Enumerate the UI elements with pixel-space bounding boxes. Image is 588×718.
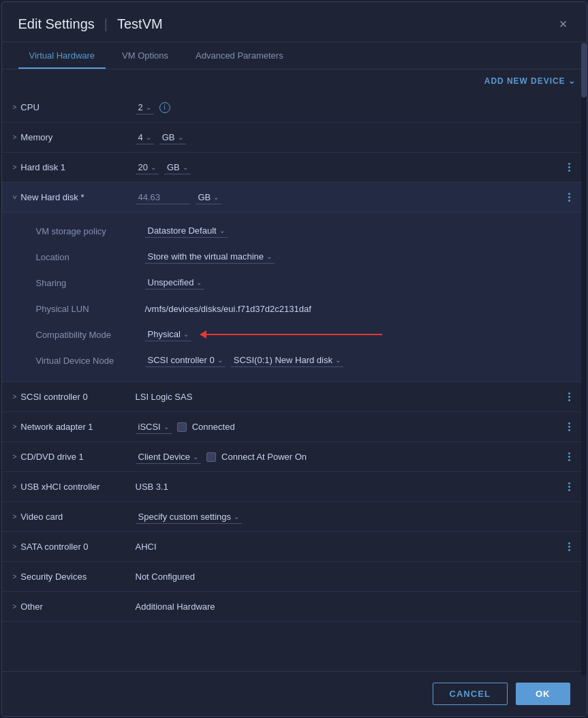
hard-disk-1-unit-select[interactable]: GB ⌄: [164, 161, 191, 174]
network-adapter-1-type-text: iSCSI: [138, 422, 161, 432]
sata-controller-0-value-text: AHCI: [136, 542, 157, 552]
hard-disk-1-size-value: 20: [138, 162, 148, 172]
more-dot: [568, 426, 570, 428]
hardware-list: > CPU 2 ⌄ i > Memory 4 ⌄: [2, 93, 587, 671]
vm-storage-policy-select[interactable]: Datastore Default ⌄: [145, 224, 228, 238]
hard-disk-1-actions: [563, 160, 576, 174]
cd-dvd-drive-1-type-arrow: ⌄: [193, 453, 198, 461]
tab-bar: Virtual Hardware VM Options Advanced Par…: [2, 42, 587, 69]
new-hard-disk-unit-select[interactable]: GB ⌄: [196, 191, 222, 204]
compatibility-mode-select[interactable]: Physical ⌄: [145, 328, 191, 341]
video-card-expand-icon[interactable]: >: [13, 513, 17, 520]
cd-dvd-drive-1-type-text: Client Device: [138, 452, 191, 462]
network-adapter-1-more-button[interactable]: [563, 420, 576, 434]
scsi-controller-0-value: LSI Logic SAS: [136, 392, 563, 402]
sata-controller-0-value: AHCI: [136, 542, 563, 552]
more-dot: [568, 396, 570, 398]
cd-dvd-drive-1-label: > CD/DVD drive 1: [13, 452, 136, 462]
new-hard-disk-more-button[interactable]: [563, 190, 576, 204]
cpu-expand-icon[interactable]: >: [13, 104, 17, 111]
location-select[interactable]: Store with the virtual machine ⌄: [145, 250, 275, 264]
sata-controller-0-label: > SATA controller 0: [13, 542, 136, 552]
physical-lun-row: Physical LUN /vmfs/devices/disks/eui.f71…: [2, 296, 587, 322]
cd-dvd-drive-1-more-button[interactable]: [563, 450, 576, 464]
usb-xhci-controller-more-button[interactable]: [563, 480, 576, 494]
other-value-text: Additional Hardware: [136, 602, 215, 612]
memory-expand-icon[interactable]: >: [13, 134, 17, 141]
red-arrow-indicator: [205, 334, 382, 335]
cd-dvd-drive-1-row: > CD/DVD drive 1 Client Device ⌄ Connect…: [2, 442, 587, 472]
tab-vm-options[interactable]: VM Options: [111, 42, 179, 69]
cd-dvd-drive-1-actions: [563, 450, 576, 464]
hard-disk-1-more-button[interactable]: [563, 160, 576, 174]
memory-row: > Memory 4 ⌄ GB ⌄: [2, 123, 587, 153]
virtual-device-node-controller-select[interactable]: SCSI controller 0 ⌄: [145, 354, 226, 367]
other-label: > Other: [13, 602, 136, 612]
new-hard-disk-expand-icon[interactable]: >: [11, 196, 18, 200]
hard-disk-1-size-arrow: ⌄: [151, 163, 156, 171]
cd-dvd-drive-1-expand-icon[interactable]: >: [13, 453, 17, 461]
security-devices-expand-icon[interactable]: >: [13, 573, 17, 580]
memory-amount-select[interactable]: 4 ⌄: [136, 131, 154, 144]
hard-disk-1-row: > Hard disk 1 20 ⌄ GB ⌄: [2, 153, 587, 183]
video-card-setting-arrow: ⌄: [234, 513, 239, 520]
hard-disk-1-expand-icon[interactable]: >: [13, 163, 17, 171]
usb-xhci-controller-expand-icon[interactable]: >: [13, 483, 17, 490]
new-hard-disk-row: > New Hard disk * GB ⌄: [2, 183, 587, 213]
scsi-controller-0-row: > SCSI controller 0 LSI Logic SAS: [2, 382, 587, 412]
sata-controller-0-actions: [563, 540, 576, 554]
other-expand-icon[interactable]: >: [13, 603, 17, 610]
cpu-label: > CPU: [13, 102, 136, 112]
network-adapter-1-expand-icon[interactable]: >: [13, 423, 17, 431]
ok-button[interactable]: OK: [516, 683, 570, 705]
network-adapter-1-type-select[interactable]: iSCSI ⌄: [136, 420, 172, 434]
video-card-setting-select[interactable]: Specify custom settings ⌄: [136, 510, 243, 524]
memory-amount-value: 4: [138, 132, 143, 142]
sharing-select[interactable]: Unspecified ⌄: [145, 276, 205, 290]
sata-controller-0-expand-icon[interactable]: >: [13, 543, 17, 550]
usb-xhci-controller-row: > USB xHCI controller USB 3.1: [2, 472, 587, 502]
more-dot: [568, 546, 570, 548]
scrollbar-thumb[interactable]: [581, 43, 587, 97]
cancel-button[interactable]: CANCEL: [433, 683, 508, 705]
hard-disk-1-value: 20 ⌄ GB ⌄: [136, 161, 563, 174]
new-hard-disk-size-input[interactable]: [136, 191, 190, 204]
tab-advanced-parameters[interactable]: Advanced Parameters: [185, 42, 294, 69]
cd-dvd-drive-1-type-select[interactable]: Client Device ⌄: [136, 450, 202, 464]
new-hard-disk-actions: [563, 190, 576, 204]
memory-unit-select[interactable]: GB ⌄: [159, 131, 186, 144]
virtual-device-node-disk-select[interactable]: SCSI(0:1) New Hard disk ⌄: [231, 354, 343, 367]
sharing-text: Unspecified: [148, 277, 194, 287]
sharing-row: Sharing Unspecified ⌄: [2, 270, 587, 296]
more-dot: [568, 486, 570, 488]
hard-disk-1-size-select[interactable]: 20 ⌄: [136, 161, 159, 174]
dialog-title: Edit Settings: [18, 16, 95, 32]
cd-dvd-drive-1-power-on-checkbox[interactable]: [206, 452, 216, 462]
more-dot: [568, 482, 570, 484]
more-dot: [568, 459, 570, 461]
scsi-controller-0-more-button[interactable]: [563, 390, 576, 404]
new-hard-disk-label: > New Hard disk *: [13, 192, 136, 202]
scrollbar-track: [581, 43, 587, 675]
new-hard-disk-label-text: New Hard disk *: [20, 192, 84, 202]
compatibility-mode-value: Physical ⌄: [145, 328, 570, 341]
physical-lun-label: Physical LUN: [36, 304, 145, 314]
more-dot: [568, 542, 570, 544]
add-new-device-button[interactable]: ADD NEW DEVICE ⌄: [484, 76, 576, 86]
network-adapter-1-connected-checkbox[interactable]: [177, 422, 187, 432]
cpu-count-select[interactable]: 2 ⌄: [136, 101, 154, 114]
scsi-controller-0-expand-icon[interactable]: >: [13, 393, 17, 401]
sata-controller-0-row: > SATA controller 0 AHCI: [2, 532, 587, 562]
network-adapter-1-actions: [563, 420, 576, 434]
virtual-device-node-value: SCSI controller 0 ⌄ SCSI(0:1) New Hard d…: [145, 354, 570, 367]
cpu-info-icon[interactable]: i: [159, 102, 170, 113]
more-dot: [568, 549, 570, 551]
security-devices-value-text: Not Configured: [136, 572, 195, 582]
close-button[interactable]: ×: [557, 14, 570, 33]
sata-controller-0-more-button[interactable]: [563, 540, 576, 554]
tab-virtual-hardware[interactable]: Virtual Hardware: [18, 42, 106, 69]
new-hard-disk-unit-value: GB: [198, 192, 211, 202]
more-dot: [568, 452, 570, 454]
dialog-subtitle: TestVM: [117, 16, 163, 32]
scsi-controller-0-value-text: LSI Logic SAS: [136, 392, 193, 402]
